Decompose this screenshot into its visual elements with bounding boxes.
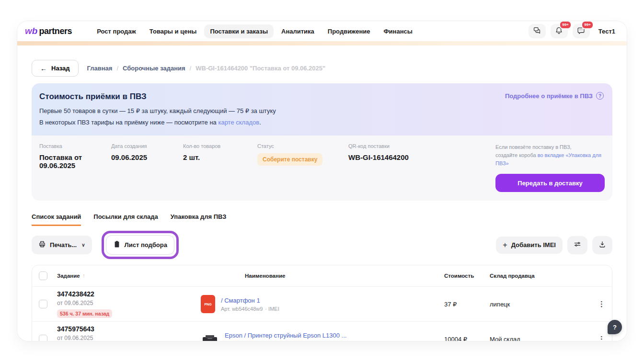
product-name-link[interactable]: Epson / Принтер струйный Epson L1300 ...: [225, 332, 346, 339]
breadcrumb: Главная / Сборочные задания / WB-GI-1614…: [87, 65, 326, 72]
pvz-details-label: Подробнее о приёмке в ПВЗ: [505, 92, 593, 100]
back-arrow-icon: ←: [40, 65, 47, 72]
feedback-button[interactable]: 99+: [573, 24, 590, 38]
task-cell: 3475975643 от 09.06.2025 528 ч. 24 мин. …: [57, 325, 201, 341]
warehouse-map-link[interactable]: карте складов: [218, 119, 259, 126]
product-name-link[interactable]: / Смартфон 1: [221, 297, 279, 304]
field-value: 2 шт.: [183, 153, 257, 161]
notifications-button[interactable]: 99+: [551, 24, 568, 38]
chevron-down-icon: ∨: [81, 242, 85, 248]
row-checkbox[interactable]: [39, 300, 47, 308]
imei-tag: · IMEI: [265, 306, 279, 312]
warehouse-cell: Мой склад: [490, 336, 593, 341]
price-cell: 10004 ₽: [444, 336, 490, 341]
wb-partners-logo[interactable]: wb partners: [25, 26, 72, 36]
overdue-badge: 536 ч. 37 мин. назад: [57, 309, 112, 318]
app-window: wb partners Рост продаж Товары и цены По…: [17, 21, 627, 341]
breadcrumb-separator: /: [116, 65, 118, 72]
notifications-badge: 99+: [559, 21, 572, 29]
select-all-checkbox[interactable]: [39, 272, 47, 280]
pvz-details-link[interactable]: Подробнее о приёмке в ПВЗ ?: [505, 92, 604, 100]
annotation-highlight: Лист подбора: [102, 231, 179, 259]
banner-line-2-text: В некоторых ПВЗ тарифы на приёмку ниже —…: [39, 119, 218, 126]
banner-line-2: В некоторых ПВЗ тарифы на приёмку ниже —…: [39, 119, 605, 126]
product-article: Арт. wb546c48w9 · IMEI: [221, 306, 279, 312]
printer-photo: [201, 333, 219, 341]
add-imei-button[interactable]: + Добавить IMEI: [496, 237, 563, 254]
download-icon: [598, 240, 606, 249]
toolbar: Печать... ∨ Лист подбора: [32, 231, 612, 259]
account-name[interactable]: Тест1: [595, 25, 619, 38]
nav-item-promotion[interactable]: Продвижение: [322, 24, 376, 38]
main-menu: Рост продаж Товары и цены Поставки и зак…: [91, 24, 418, 38]
header-warehouse: Склад продавца: [490, 273, 593, 279]
table-row: 3474238422 от 09.06.2025 536 ч. 37 мин. …: [32, 286, 612, 321]
row-checkbox[interactable]: [39, 335, 47, 341]
kebab-menu-icon[interactable]: ⋮: [598, 335, 605, 341]
nav-item-finances[interactable]: Финансы: [378, 24, 418, 38]
back-button[interactable]: ← Назад: [32, 60, 79, 77]
sort-asc-icon[interactable]: ↑: [82, 272, 85, 279]
page: wb partners Рост продаж Товары и цены По…: [0, 0, 644, 362]
warehouse-cell: липецк: [490, 301, 593, 308]
table-row: 3475975643 от 09.06.2025 528 ч. 24 мин. …: [32, 321, 612, 341]
product-cell: Epson / Принтер струйный Epson L1300 ...…: [201, 332, 444, 341]
supply-info-bar: Поставка Поставка от 09.06.2025 Дата соз…: [32, 136, 612, 201]
article-text: Арт. wb546c48w9: [221, 306, 263, 312]
pick-list-button[interactable]: Лист подбора: [106, 235, 174, 255]
print-button[interactable]: Печать... ∨: [32, 236, 92, 254]
breadcrumb-home[interactable]: Главная: [87, 65, 113, 72]
filter-settings-button[interactable]: [567, 236, 587, 254]
nav-right-group: 99+ 99+ Тест1: [529, 24, 619, 38]
nav-item-goods-prices[interactable]: Товары и цены: [144, 24, 203, 38]
task-cell: 3474238422 от 09.06.2025 536 ч. 37 мин. …: [57, 290, 201, 318]
field-label: Статус: [257, 143, 348, 149]
nav-item-supplies-orders[interactable]: Поставки и заказы: [204, 24, 274, 38]
row-checkbox-cell: [39, 335, 57, 341]
pvz-price-banner: Стоимость приёмки в ПВЗ Первые 50 товаро…: [32, 83, 612, 136]
supply-summary-card: Стоимость приёмки в ПВЗ Первые 50 товаро…: [32, 83, 612, 201]
hint-line-2: создайте короба: [495, 152, 538, 158]
breadcrumb-separator: /: [190, 65, 192, 72]
tab-parcels-for-warehouse[interactable]: Посылки для склада: [93, 213, 158, 226]
chats-icon: [533, 26, 541, 36]
breadcrumb-assembly-tasks[interactable]: Сборочные задания: [123, 65, 185, 72]
price-cell: 37 ₽: [444, 301, 490, 308]
toolbar-right-group: + Добавить IMEI: [496, 236, 612, 254]
field-value: Поставка от 09.06.2025: [39, 153, 111, 170]
table-header-row: Задание↑ Наименование Стоимость Склад пр…: [32, 265, 612, 286]
field-supply: Поставка Поставка от 09.06.2025: [39, 143, 111, 192]
hint-line-1: Если повезёте поставку в ПВЗ,: [495, 144, 572, 150]
section-tabs: Список заданий Посылки для склада Упаков…: [32, 213, 612, 226]
field-qr-code: QR-код поставки WB-GI-161464200: [348, 143, 495, 192]
task-id: 3474238422: [57, 290, 201, 298]
nav-item-sales-growth[interactable]: Рост продаж: [91, 24, 142, 38]
product-thumbnail[interactable]: PNG: [201, 295, 215, 313]
nav-item-analytics[interactable]: Аналитика: [276, 24, 320, 38]
header-task-label[interactable]: Задание: [57, 273, 80, 279]
field-value: 09.06.2025: [111, 153, 183, 161]
row-checkbox-cell: [39, 300, 57, 308]
task-id: 3475975643: [57, 325, 201, 333]
print-button-label: Печать...: [50, 241, 77, 249]
product-info: Epson / Принтер струйный Epson L1300 ...…: [225, 332, 346, 341]
support-help-button[interactable]: ?: [608, 320, 622, 334]
header-task: Задание↑: [57, 272, 201, 279]
logo-wb: wb: [25, 26, 37, 36]
field-created-date: Дата создания 09.06.2025: [111, 143, 183, 192]
field-label: Кол-во товаров: [183, 143, 257, 149]
kebab-menu-icon[interactable]: ⋮: [598, 300, 605, 308]
product-thumbnail[interactable]: [201, 332, 219, 341]
header-checkbox-cell: [39, 272, 57, 280]
back-button-label: Назад: [51, 65, 70, 72]
header-name-label: Наименование: [245, 273, 285, 279]
field-value: WB-GI-161464200: [348, 153, 495, 161]
task-date: от 09.06.2025: [57, 335, 201, 341]
tune-sliders-icon: [574, 240, 581, 249]
download-button[interactable]: [592, 236, 612, 254]
tab-packing-for-pvz[interactable]: Упаковка для ПВЗ: [171, 213, 227, 226]
send-to-delivery-button[interactable]: Передать в доставку: [495, 174, 605, 192]
supply-actions: Если повезёте поставку в ПВЗ, создайте к…: [495, 143, 605, 192]
chats-button[interactable]: [529, 24, 546, 38]
tab-task-list[interactable]: Список заданий: [32, 213, 81, 226]
